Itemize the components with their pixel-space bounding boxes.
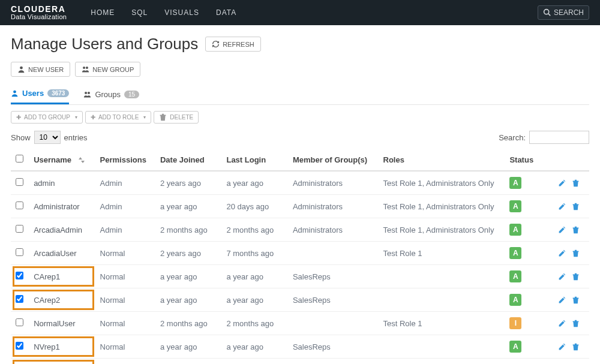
delete-button[interactable] xyxy=(572,342,580,351)
select-all-checkbox[interactable] xyxy=(16,155,23,163)
col-permissions-label[interactable]: Permissions xyxy=(95,149,155,171)
cell-last-login: a year ago xyxy=(221,265,287,288)
cell-username[interactable]: CArep1 xyxy=(29,265,95,288)
status-active-badge: A xyxy=(509,270,521,282)
entries-select[interactable]: 10 xyxy=(34,131,61,144)
plus-icon: ✚ xyxy=(16,114,21,121)
row-checkbox[interactable] xyxy=(16,248,23,256)
cell-last-login: a year ago xyxy=(221,171,287,195)
table-row: CArep2Normala year agoa year agoSalesRep… xyxy=(11,288,589,312)
tab-groups[interactable]: Groups 15 xyxy=(83,85,139,104)
row-checkbox[interactable] xyxy=(16,318,23,326)
global-search-label: SEARCH xyxy=(554,8,584,17)
row-checkbox[interactable] xyxy=(16,225,23,233)
cell-last-login: a year ago xyxy=(221,335,287,359)
global-search-button[interactable]: SEARCH xyxy=(538,5,589,20)
nav-home[interactable]: HOME xyxy=(91,8,115,17)
col-last-login-label[interactable]: Last Login xyxy=(221,149,287,171)
plus-icon: ✚ xyxy=(91,114,95,121)
delete-button[interactable] xyxy=(572,296,580,305)
col-status-label[interactable]: Status xyxy=(505,149,553,171)
cell-roles xyxy=(379,288,505,312)
delete-button[interactable] xyxy=(572,319,580,328)
add-to-group-label: ADD TO GROUP xyxy=(24,114,70,121)
cell-username[interactable]: ArcadiaUser xyxy=(29,242,95,265)
delete-button[interactable] xyxy=(572,249,580,258)
cell-roles xyxy=(379,265,505,288)
search-input[interactable] xyxy=(529,131,589,144)
tab-users[interactable]: Users 3673 xyxy=(11,85,69,104)
refresh-label: REFRESH xyxy=(223,41,254,48)
cell-username[interactable]: ORrep1 xyxy=(29,359,95,365)
delete-selected-button[interactable]: DELETE xyxy=(154,111,199,124)
delete-button[interactable] xyxy=(572,202,580,211)
status-active-badge: A xyxy=(509,200,521,212)
delete-button[interactable] xyxy=(572,225,580,234)
col-roles-label[interactable]: Roles xyxy=(379,149,505,171)
nav-visuals[interactable]: VISUALS xyxy=(164,8,199,17)
edit-button[interactable] xyxy=(558,272,566,281)
cell-roles: Test Role 1 xyxy=(379,242,505,265)
cell-roles: Test Role 1, Administrators Only xyxy=(379,171,505,195)
cell-actions xyxy=(553,195,589,218)
edit-button[interactable] xyxy=(558,296,566,305)
cell-username[interactable]: Administrator xyxy=(29,195,95,218)
brand: CLOUDERA Data Visualization xyxy=(11,5,67,20)
col-username-label[interactable]: Username xyxy=(34,155,71,164)
svg-point-3 xyxy=(83,67,85,69)
svg-point-0 xyxy=(544,10,549,14)
cell-date-joined: a year ago xyxy=(155,195,221,218)
cell-roles xyxy=(379,335,505,359)
cell-username[interactable]: admin xyxy=(29,171,95,195)
row-checkbox[interactable] xyxy=(16,272,23,279)
table-row: ArcadiaAdminAdmin2 months ago2 months ag… xyxy=(11,218,589,242)
delete-button[interactable] xyxy=(572,179,580,188)
col-groups-label[interactable]: Member of Group(s) xyxy=(288,149,379,171)
tab-groups-label: Groups xyxy=(95,90,121,99)
edit-button[interactable] xyxy=(558,249,566,258)
cell-actions xyxy=(553,218,589,242)
cell-username[interactable]: NormalUser xyxy=(29,312,95,335)
status-inactive-badge: I xyxy=(509,317,521,329)
edit-button[interactable] xyxy=(558,179,566,188)
new-group-button[interactable]: NEW GROUP xyxy=(75,62,140,77)
cell-actions xyxy=(553,359,589,365)
row-checkbox[interactable] xyxy=(16,201,23,209)
add-to-role-button[interactable]: ✚ ADD TO ROLE xyxy=(85,111,151,124)
cell-username[interactable]: ArcadiaAdmin xyxy=(29,218,95,242)
edit-button[interactable] xyxy=(558,202,566,211)
cell-roles: Test Role 1, Administrators Only xyxy=(379,218,505,242)
cell-date-joined: a year ago xyxy=(155,265,221,288)
cell-username[interactable]: NVrep1 xyxy=(29,335,95,359)
cell-last-login: a year ago xyxy=(221,359,287,365)
cell-groups: SalesReps xyxy=(288,265,379,288)
cell-permissions: Admin xyxy=(95,171,155,195)
delete-button[interactable] xyxy=(572,272,580,281)
edit-button[interactable] xyxy=(558,319,566,328)
cell-username[interactable]: CArep2 xyxy=(29,288,95,312)
edit-button[interactable] xyxy=(558,342,566,351)
add-to-group-button[interactable]: ✚ ADD TO GROUP xyxy=(11,111,83,124)
table-row: AdministratorAdmina year ago20 days agoA… xyxy=(11,195,589,218)
nav-sql[interactable]: SQL xyxy=(131,8,148,17)
cell-status: A xyxy=(505,335,553,359)
tab-users-label: Users xyxy=(22,89,44,98)
cell-actions xyxy=(553,335,589,359)
cell-groups: Administrators xyxy=(288,195,379,218)
cell-date-joined: 2 years ago xyxy=(155,171,221,195)
cell-groups: SalesReps xyxy=(288,288,379,312)
col-date-joined-label[interactable]: Date Joined xyxy=(155,149,221,171)
edit-button[interactable] xyxy=(558,225,566,234)
nav-data[interactable]: DATA xyxy=(216,8,236,17)
row-checkbox[interactable] xyxy=(16,342,23,350)
sort-icon[interactable] xyxy=(79,157,85,164)
groups-count-badge: 15 xyxy=(124,91,139,98)
row-checkbox[interactable] xyxy=(16,178,23,186)
trash-icon xyxy=(159,113,167,121)
cell-date-joined: 2 months ago xyxy=(155,312,221,335)
new-user-button[interactable]: NEW USER xyxy=(11,62,70,77)
show-label: Show xyxy=(11,133,31,142)
cell-groups xyxy=(288,242,379,265)
refresh-button[interactable]: REFRESH xyxy=(205,37,261,52)
row-checkbox[interactable] xyxy=(16,295,23,303)
